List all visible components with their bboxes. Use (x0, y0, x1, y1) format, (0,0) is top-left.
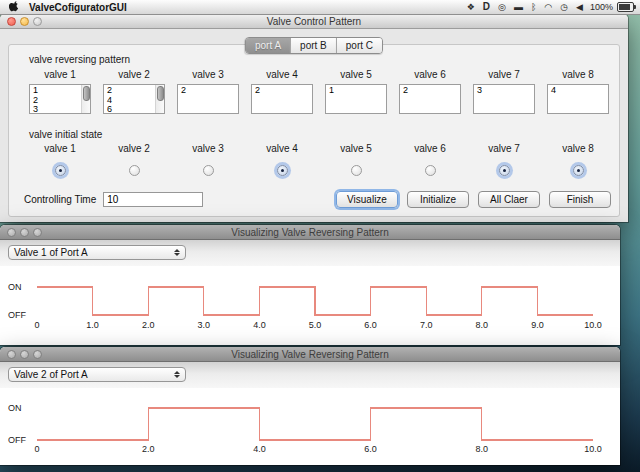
x-tick-label: 9.0 (531, 320, 544, 330)
minimize-button[interactable] (20, 228, 29, 237)
apple-menu-icon[interactable] (9, 1, 20, 13)
controlling-time-input[interactable] (103, 192, 203, 207)
viz1-title: Visualizing Valve Reversing Pattern (0, 227, 620, 238)
scrollbar[interactable] (155, 85, 164, 113)
list-item[interactable]: 4 (551, 86, 605, 96)
valve-3-pattern-list[interactable]: 2 (177, 84, 239, 114)
x-tick-label: 0 (34, 444, 39, 454)
d-app-icon[interactable]: D (483, 0, 490, 14)
keyboard-battery-icon[interactable]: ▬ (514, 0, 523, 14)
time-machine-icon[interactable]: ◷ (560, 0, 568, 14)
initial-state-column-8: valve 8 (547, 143, 609, 176)
viz2-valve-selector[interactable]: Valve 2 of Port A (8, 367, 186, 382)
x-tick-label: 6.0 (364, 320, 377, 330)
controlling-time-label: Controlling Time (24, 194, 96, 205)
control-row: Controlling Time VisualizeInitializeAll … (24, 191, 611, 208)
viz1-titlebar[interactable]: Visualizing Valve Reversing Pattern (0, 225, 620, 240)
wifi-icon[interactable]: ◠ (544, 0, 552, 14)
valve-4-pattern-list[interactable]: 2 (251, 84, 313, 114)
initial-state-column-5: valve 5 (325, 143, 387, 176)
volume-icon[interactable]: ◀ (576, 0, 583, 14)
antivirus-icon[interactable]: ❖ (467, 0, 475, 14)
minimize-button[interactable] (20, 350, 29, 359)
valve-6-initial-radio[interactable] (425, 165, 436, 176)
zoom-button[interactable] (33, 17, 42, 26)
initial-state-column-2: valve 2 (103, 143, 165, 176)
visualize-button[interactable]: Visualize (336, 191, 398, 208)
tab-port-b[interactable]: port B (290, 38, 336, 53)
valve-label: valve 1 (44, 143, 76, 154)
viz1-valve-selector[interactable]: Valve 1 of Port A (8, 245, 186, 260)
valve-label: valve 8 (562, 143, 594, 154)
x-tick-label: 3.0 (198, 320, 211, 330)
valve-8-pattern-list[interactable]: 4 (547, 84, 609, 114)
close-button[interactable] (7, 17, 16, 26)
list-item[interactable]: 3 (477, 86, 531, 96)
valve-6-pattern-list[interactable]: 2 (399, 84, 461, 114)
x-tick-label: 6.0 (364, 444, 377, 454)
x-tick-label: 2.0 (142, 444, 155, 454)
list-item[interactable]: 2 (403, 86, 457, 96)
list-item[interactable]: 2 (181, 86, 235, 96)
scrollbar[interactable] (81, 85, 90, 113)
all-claer-button[interactable]: All Claer (478, 191, 540, 208)
zoom-button[interactable] (33, 350, 42, 359)
x-tick-label: 7.0 (420, 320, 433, 330)
popup-stepper-icon (174, 249, 180, 256)
valve-1-initial-radio[interactable] (55, 165, 66, 176)
action-buttons: VisualizeInitializeAll ClaerFinish (336, 191, 611, 208)
list-item[interactable]: 2 (107, 86, 161, 96)
valve-7-pattern-list[interactable]: 3 (473, 84, 535, 114)
scrollbar-thumb[interactable] (157, 86, 164, 101)
close-button[interactable] (7, 350, 16, 359)
y-axis-label: OFF (8, 310, 26, 320)
list-item[interactable]: 1 (33, 86, 87, 96)
valve-7-initial-radio[interactable] (499, 165, 510, 176)
valve-label: valve 5 (340, 69, 372, 80)
initial-state-column-3: valve 3 (177, 143, 239, 176)
valve-2-initial-radio[interactable] (129, 165, 140, 176)
valve-label: valve 7 (488, 69, 520, 80)
pattern-column-1: valve 1123 (29, 69, 91, 114)
valve-4-initial-radio[interactable] (277, 165, 288, 176)
pattern-column-5: valve 51 (325, 69, 387, 114)
viz2-traffic-lights (7, 350, 42, 359)
disc-icon[interactable]: ◎ (498, 0, 506, 14)
valve2-waveform-chart: ONOFF02.04.06.08.010.0 (0, 384, 620, 462)
x-tick-label: 8.0 (476, 320, 489, 330)
scrollbar-thumb[interactable] (83, 86, 90, 101)
tab-port-c[interactable]: port C (336, 38, 382, 53)
pattern-column-3: valve 32 (177, 69, 239, 114)
valve-3-initial-radio[interactable] (203, 165, 214, 176)
valve-5-initial-radio[interactable] (351, 165, 362, 176)
main-titlebar[interactable]: Valve Control Pattern (0, 14, 628, 29)
list-item[interactable]: 3 (33, 105, 87, 114)
viz1-traffic-lights (7, 228, 42, 237)
zoom-button[interactable] (33, 228, 42, 237)
viz-window-2: Visualizing Valve Reversing Pattern Valv… (0, 347, 620, 465)
valve-2-pattern-list[interactable]: 246 (103, 84, 165, 114)
valve-label: valve 6 (414, 143, 446, 154)
y-axis-label: ON (8, 403, 22, 413)
list-item[interactable]: 6 (107, 105, 161, 114)
list-item[interactable]: 1 (329, 86, 383, 96)
minimize-button[interactable] (20, 17, 29, 26)
valve-label: valve 3 (192, 143, 224, 154)
viz2-titlebar[interactable]: Visualizing Valve Reversing Pattern (0, 347, 620, 362)
valve-5-pattern-list[interactable]: 1 (325, 84, 387, 114)
x-tick-label: 1.0 (86, 320, 99, 330)
active-app-name[interactable]: ValveCofiguratorGUI (29, 2, 127, 13)
valve-1-pattern-list[interactable]: 123 (29, 84, 91, 114)
finish-button[interactable]: Finish (549, 191, 611, 208)
list-item[interactable]: 4 (107, 96, 161, 106)
initial-state-column-4: valve 4 (251, 143, 313, 176)
list-item[interactable]: 2 (255, 86, 309, 96)
battery-icon (617, 2, 634, 12)
tab-port-a[interactable]: port A (246, 38, 290, 53)
x-tick-label: 10.0 (584, 444, 602, 454)
valve-8-initial-radio[interactable] (573, 165, 584, 176)
initialize-button[interactable]: Initialize (407, 191, 469, 208)
close-button[interactable] (7, 228, 16, 237)
list-item[interactable]: 2 (33, 96, 87, 106)
bluetooth-icon[interactable]: ᛒ (531, 0, 536, 14)
